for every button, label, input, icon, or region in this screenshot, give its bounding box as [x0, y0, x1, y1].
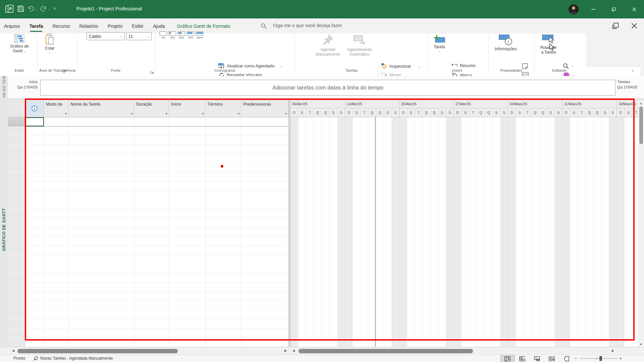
close-button[interactable]: [627, 0, 642, 18]
filter-arrow-icon[interactable]: ▾: [238, 112, 239, 115]
menu-tab-tarefa[interactable]: Tarefa: [29, 23, 43, 29]
percent-complete-100%-button[interactable]: 100%: [196, 32, 203, 39]
timescale-week-06-Abr-25[interactable]: 06/Abr/25DSTQQSS: [290, 101, 345, 117]
maximize-button[interactable]: [606, 0, 622, 18]
task-information-button[interactable]: i Informações: [491, 34, 521, 51]
qat-customize-icon[interactable]: ⌅: [53, 6, 56, 10]
redo-button[interactable]: [40, 5, 47, 13]
menu-tab-ajuda[interactable]: Ajuda: [153, 23, 165, 29]
selected-row-header[interactable]: [8, 117, 25, 126]
select-all-corner[interactable]: [8, 101, 25, 117]
timescale-week-11-Maio-25[interactable]: 11/Maio/25DSTQQSS: [562, 101, 616, 117]
percent-complete-50%-button[interactable]: 50%: [178, 32, 185, 39]
table-scroll-left-icon[interactable]: ◀: [12, 349, 14, 352]
view-task-usage-button[interactable]: [515, 355, 529, 362]
timescale-week-18-Maio-25[interactable]: 18/Maio/25DSTQQSS: [616, 101, 638, 117]
weekend-shading: [508, 117, 516, 347]
undo-button[interactable]: [28, 5, 34, 13]
filter-arrow-icon[interactable]: ▾: [65, 112, 67, 115]
menu-tab-gráfico-gantt-de-formato[interactable]: Gráfico Gantt de Formato: [177, 23, 230, 29]
timeline-pane[interactable]: Início Qui 17/04/25 Adicionar tarefas co…: [8, 76, 644, 99]
ribbon-collapse-icon[interactable]: ⌄: [631, 68, 635, 72]
document-restore-button[interactable]: [612, 22, 619, 31]
table-scroll-right-icon[interactable]: ▶: [284, 349, 287, 352]
menu-tab-recurso[interactable]: Recurso: [52, 23, 70, 29]
column-header-predecessoras[interactable]: Predecessoras▾: [241, 101, 288, 117]
column-header-indicators[interactable]: i: [25, 101, 44, 117]
save-button[interactable]: [17, 5, 24, 13]
filter-arrow-icon[interactable]: ▾: [285, 112, 287, 115]
percent-complete-0%-button[interactable]: 0%: [160, 32, 167, 39]
menu-tab-relatório[interactable]: Relatório: [79, 23, 98, 29]
selected-cell[interactable]: [25, 117, 44, 126]
gantt-scrollbar-thumb[interactable]: [299, 349, 473, 353]
view-resource-sheet-button[interactable]: [545, 355, 559, 362]
status-new-tasks-mode[interactable]: Novas Tarefas : Agendada Manualmente: [40, 356, 113, 361]
scroll-to-task-button[interactable]: Rolar até a Tarefa: [537, 34, 560, 55]
document-close-button[interactable]: [631, 22, 638, 31]
gantt-scroll-right-icon[interactable]: ▶: [612, 349, 614, 352]
undo-dropdown-icon[interactable]: ⌄: [35, 7, 38, 11]
zoom-slider-track[interactable]: [580, 358, 618, 359]
insert-summary-button[interactable]: Resumo: [451, 63, 476, 68]
project-professional-window: P ⌄ ⌄ ⌅ Projeto1 - Project Professional …: [0, 0, 644, 362]
insert-summary-icon: [451, 63, 458, 68]
horizontal-scrollbar-row: ◀ ▶ ◀ ▶: [0, 347, 644, 355]
vertical-scrollbar[interactable]: ▲ ▼: [638, 101, 644, 347]
zoom-slider-thumb[interactable]: [599, 356, 602, 361]
font-size-combobox[interactable]: 11⌄: [126, 32, 152, 40]
filter-arrow-icon[interactable]: ▾: [202, 112, 204, 115]
percent-complete-25%-button[interactable]: 25%: [169, 32, 176, 39]
dialog-launcher-icon[interactable]: [150, 69, 154, 75]
task-table-body[interactable]: [25, 117, 288, 347]
menu-tab-projeto[interactable]: Projeto: [108, 23, 122, 29]
gantt-timescale[interactable]: 06/Abr/25DSTQQSS13/Abr/25DSTQQSS20/Abr/2…: [290, 101, 638, 117]
column-header-término[interactable]: Término▾: [205, 101, 241, 117]
gantt-chart-body[interactable]: [290, 117, 638, 347]
insert-task-button[interactable]: Tarefa ⌄: [430, 34, 449, 53]
column-header-modo-da[interactable]: Modo da▾: [44, 101, 68, 117]
timeline-add-tasks-box[interactable]: Adicionar tarefas com datas à linha do t…: [40, 80, 615, 96]
timescale-week-04-Maio-25[interactable]: 04/Maio/25DSTQQSS: [508, 101, 562, 117]
timescale-week-13-Abr-25[interactable]: 13/Abr/25DSTQQSS: [345, 101, 399, 117]
vertical-scrollbar-thumb[interactable]: [639, 107, 643, 144]
search-icon[interactable]: [261, 23, 267, 30]
filter-arrow-icon[interactable]: ▾: [131, 112, 132, 115]
scroll-up-icon[interactable]: ▲: [640, 102, 642, 105]
gantt-scroll-left-icon[interactable]: ◀: [292, 349, 295, 352]
gantt-chart-view-button[interactable]: Gráfico de Gantt ⌄: [5, 34, 34, 53]
timeline-start-date: Qui 17/04/25: [8, 84, 38, 90]
table-scrollbar-thumb[interactable]: [17, 349, 178, 353]
view-gantt-button[interactable]: [500, 355, 515, 362]
search-input[interactable]: Diga-me o que você deseja fazer: [273, 23, 342, 28]
view-team-planner-button[interactable]: [530, 355, 544, 362]
task-inspector-button[interactable]: ? Inspecionar⌄: [381, 63, 420, 69]
timeline-pane-label[interactable]: LINHA DO TEMPO: [0, 76, 8, 98]
scroll-down-icon[interactable]: ▼: [640, 343, 642, 346]
zoom-in-icon[interactable]: +: [619, 356, 622, 361]
auto-schedule-button[interactable]: Agendamento Automático: [343, 34, 376, 57]
row-id-column[interactable]: [8, 117, 25, 347]
find-dropdown-icon[interactable]: ⌄: [571, 64, 574, 68]
column-header-nome-da-tarefa[interactable]: Nome da Tarefa▾: [68, 101, 134, 117]
paste-button[interactable]: Colar ⌄: [39, 34, 60, 54]
percent-complete-75%-button[interactable]: 75%: [187, 32, 194, 39]
manually-schedule-button[interactable]: Agendar Manualmente: [312, 34, 344, 57]
filter-arrow-icon[interactable]: ▾: [166, 112, 167, 115]
menu-tab-exibir[interactable]: Exibir: [132, 23, 144, 29]
timescale-week-20-Abr-25[interactable]: 20/Abr/25DSTQQSS: [399, 101, 453, 117]
minimize-button[interactable]: [586, 0, 601, 18]
task-notes-button[interactable]: [522, 63, 528, 71]
avatar[interactable]: [569, 4, 579, 16]
timescale-week-27-Abr-25[interactable]: 27/Abr/25DSTQQSS: [453, 101, 508, 117]
font-name-combobox[interactable]: Calibri⌄: [87, 32, 125, 40]
column-header-início[interactable]: Início▾: [169, 101, 205, 117]
update-as-scheduled-button[interactable]: Atualizar como Agendado⌄: [218, 63, 282, 69]
zoom-out-icon[interactable]: −: [574, 356, 577, 361]
view-report-button[interactable]: [559, 355, 574, 362]
task-table-header: iModo da▾Nome da Tarefa▾Duração▾Início▾T…: [25, 101, 288, 117]
redo-dropdown-icon[interactable]: ⌄: [48, 7, 50, 11]
status-pin-icon[interactable]: [34, 356, 39, 362]
menu-tab-arquivo[interactable]: Arquivo: [4, 23, 20, 29]
column-header-duração[interactable]: Duração▾: [134, 101, 169, 117]
